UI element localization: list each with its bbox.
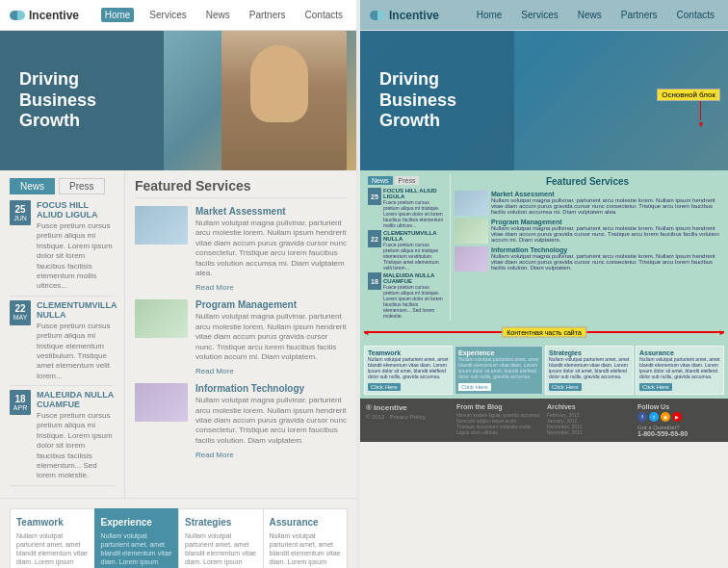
right-mini-news-text-3: Fusce pretium cursus pretium aliqua mi t… [383,284,446,319]
right-footer-copyright: © 2012 · Privacy Policy [366,414,451,420]
right-nav-news[interactable]: News [574,8,606,22]
feature-teamwork-title: Teamwork [16,517,89,528]
right-footer-archives: Archives February, 2012 January, 2012 De… [547,403,632,437]
nav-home[interactable]: Home [101,8,135,22]
right-footer-archive-4: November, 2011 [547,429,632,435]
right-logo-area: Incentive [370,9,473,22]
hero-title: Driving Business Growth [19,69,96,132]
right-navigation: Home Services News Partners Contacts [473,8,718,22]
feature-strategies-text: Nullam volutpat parturient amet, amet bl… [185,531,257,568]
service-text-3: Nullam volutpat magna pullvinar. parturi… [195,396,347,446]
right-mini-tab-news: News [368,176,393,185]
right-mini-service-1: Market Assessment Nullam volutpat magna … [455,191,720,216]
right-nav-services[interactable]: Services [517,8,561,22]
right-mini-service-text-1: Nullam volutpat magna pullvinar. parturi… [491,197,720,215]
news-text-3: Fusce pretium cursus pretium aliqua mi t… [37,411,115,481]
news-tabs: News Press [10,178,115,194]
annotation-arrow-right: ► [718,328,726,337]
news-item-2: 22 MAY CLEMENTUMVILLA NULLA Fusce pretiu… [10,300,115,386]
service-text-1: Nullam volutpat magna pullvinar. parturi… [195,219,347,278]
right-mini-service-text-3: Nullam volutpat magna pullvinar. parturi… [491,253,720,271]
right-mini-feature-btn-4: Click Here [639,383,672,391]
right-mini-news-text-1: Fusce pretium cursus pretium aliqua mi t… [383,199,446,228]
right-mini-feature-1: Teamwork Nullam volutpat parturient amet… [364,346,453,395]
news-item-1: 25 JUN FOCUS HILL ALIUD LIGULA Fusce pre… [10,200,115,297]
right-mini-tab-press: Press [395,176,420,185]
right-mini-feature-3: Strategies Nullam volutpat parturient am… [545,346,634,395]
right-mini-news-1: 25 FOCUS HILL ALIUD LIGULA Fusce pretium… [368,188,446,228]
service-image-2 [135,299,188,338]
read-more-3[interactable]: Read More [195,451,234,459]
news-month-2: MAY [13,314,28,322]
right-nav-contacts[interactable]: Contacts [673,8,718,22]
right-panel-scroll: Incentive Home Services News Partners Co… [360,0,728,537]
right-nav-partners[interactable]: Partners [617,8,662,22]
right-mini-service-img-3 [455,246,488,271]
right-hero-overlay: Driving Business Growth [360,31,514,170]
feature-assurance-title: Assurance [270,517,342,528]
featured-services-title: Featured Services [135,178,347,198]
right-social-icons: f t ◉ ▶ [637,412,722,422]
service-item-1: Market Assessment Nullam volutpat magna … [135,206,347,292]
news-content-3: MALEUIDA NULLA CUAMFUE Fusce pretium cur… [37,390,115,481]
service-item-3: Information Technology Nullam volutpat m… [135,383,347,459]
right-mini-news-2: 22 CLEMENTUMVILLA NULLA Fusce pretium cu… [368,230,446,271]
right-green-section: News Press 25 FOCUS HILL ALIUD LIGULA Fu… [360,170,728,399]
right-mini-news-3: 18 MALEUIDA NULLA CUAMFUE Fusce pretium … [368,272,446,319]
feature-assurance-text: Nullam volutpat parturient amet, amet bl… [270,531,342,568]
service-content-1: Market Assessment Nullam volutpat magna … [195,206,347,292]
right-footer-archives-title: Archives [547,403,632,410]
right-mini-service-content-2: Program Management Nullam volutpat magna… [491,219,720,244]
news-content-1: FOCUS HILL ALIUD LIGULA Fusce pretium cu… [37,200,115,292]
right-mini-featured: Featured Services Market Assessment Null… [451,174,724,321]
right-mini-day-2: 22 [371,236,378,243]
right-mini-service-text-2: Nullam volutpat magna pullvinar. parturi… [491,225,720,243]
news-title-3: MALEUIDA NULLA CUAMFUE [37,390,115,409]
news-day-2: 22 [14,303,25,314]
annotation-line-1 [700,101,701,120]
logo-icon [10,11,25,20]
nav-partners[interactable]: Partners [246,8,290,22]
read-more-1[interactable]: Read More [195,283,234,292]
news-date-3: 18 APR [10,390,31,415]
nav-contacts[interactable]: Contacts [301,8,347,22]
right-mini-news-content-3: MALEUIDA NULLA CUAMFUE Fusce pretium cur… [383,272,446,319]
right-footer-blog-3: Tristique accumsan molestie mollis. Ligu… [456,424,541,435]
right-footer-follow: Follow Us f t ◉ ▶ Got a Question? 1-800-… [637,403,722,437]
read-more-2[interactable]: Read More [195,367,234,375]
right-mini-service-title-1: Market Assessment [491,191,720,197]
news-section: News Press 25 JUN FOCUS HILL ALIUD LIGUL… [0,170,125,498]
news-text-1: Fusce pretium cursus pretium aliqua mi t… [37,221,115,292]
right-mini-day-3: 18 [371,278,378,285]
feature-experience-text: Nullam volutpat parturient amet, amet bl… [101,531,173,568]
right-hero-title: Driving Business Growth [379,69,456,132]
news-tab-news[interactable]: News [10,178,55,194]
service-text-2: Nullam volutpat magna pullvinar. parturi… [195,312,347,362]
news-date-2: 22 MAY [10,300,31,325]
right-mini-feature-2: Experience Nullam volutpat parturient am… [455,346,543,395]
feature-teamwork: Teamwork Nullam volutpat parturient amet… [10,508,95,568]
right-mini-feature-text-1: Nullam volutpat parturient amet, amet bl… [368,356,449,379]
right-mini-service-img-1 [455,191,488,216]
news-date-1: 25 JUN [10,200,31,225]
right-mini-feature-4: Assurance Nullam volutpat parturient ame… [636,346,724,395]
right-panel: Incentive Home Services News Partners Co… [360,0,728,568]
content-annotation-row: ◄ ► Контентная часть сайта [364,324,724,340]
news-tab-press[interactable]: Press [59,178,105,194]
news-title-2: CLEMENTUMVILLA NULLA [37,300,117,320]
logo-area: Incentive [10,9,101,22]
right-footer-blog-title: From the Blog [456,403,541,410]
right-mini-service-title-2: Program Management [491,219,720,225]
right-mini-news-title-1: FOCUS HILL ALIUD LIGULA [383,188,446,199]
service-title-2: Program Management [195,299,347,310]
news-item-3: 18 APR MALEUIDA NULLA CUAMFUE Fusce pret… [10,390,115,486]
right-mini-feature-title-1: Teamwork [368,349,449,356]
right-mini-date-3: 18 [368,272,381,290]
right-nav-home[interactable]: Home [473,8,507,22]
annotation-block-1: Основной блок ▼ [657,89,720,129]
nav-services[interactable]: Services [145,8,190,22]
service-content-2: Program Management Nullam volutpat magna… [195,299,347,375]
right-mini-feature-text-4: Nullam volutpat parturient amet, amet bl… [639,356,720,379]
nav-news[interactable]: News [202,8,234,22]
right-footer-blog: From the Blog Novum eodem ligula, gravid… [456,403,541,437]
